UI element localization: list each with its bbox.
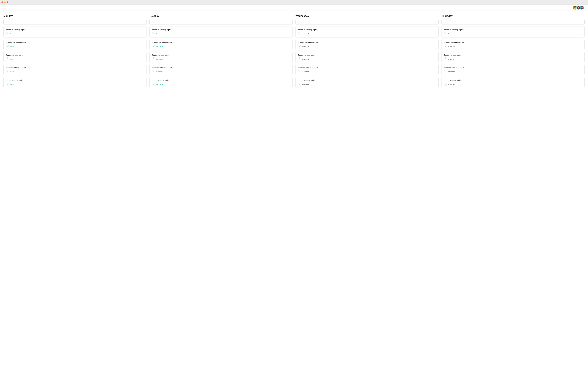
svg-point-6 — [153, 46, 154, 46]
card-meta: Thursday — [444, 70, 582, 73]
card-title: Zach's standup topics — [298, 79, 436, 81]
card-date-label: Today — [10, 71, 14, 73]
card-thursday-0[interactable]: ···Kendall's standup topics Thursday — [441, 26, 585, 38]
card-tuesday-3[interactable]: Natasha's standup topics Tomorrow — [149, 64, 293, 75]
column-thursday: Thursday+···Kendall's standup topics Thu… — [441, 15, 585, 89]
card-meta: Tomorrow — [152, 45, 290, 48]
card-date-label: Tomorrow — [156, 46, 163, 47]
person-icon — [298, 32, 301, 35]
card-title: Natasha's standup topics — [298, 66, 436, 69]
card-wednesday-3[interactable]: Natasha's standup topics Wednesday — [295, 64, 439, 75]
column-header-tuesday: Tuesday — [149, 15, 293, 17]
svg-point-2 — [7, 59, 8, 59]
card-meta: Today — [6, 57, 144, 61]
card-title: Jane's standup topics — [6, 54, 144, 56]
card-meta: Tomorrow — [152, 57, 290, 61]
minimize-button[interactable] — [4, 1, 6, 3]
card-meta: Thursday — [444, 83, 582, 86]
card-date-label: Today — [10, 33, 14, 35]
card-title: Zach's standup topics — [152, 79, 290, 81]
maximize-button[interactable] — [7, 1, 8, 3]
card-thursday-4[interactable]: Zach's standup topics Thursday — [441, 77, 585, 88]
svg-point-16 — [445, 46, 446, 46]
card-meta: Thursday — [444, 57, 582, 61]
card-title: Hussain's standup topics — [6, 41, 144, 43]
column-monday: Monday+Kendall's standup topics TodayHus… — [3, 15, 147, 89]
card-date-label: Today — [10, 58, 14, 60]
card-title: Hussain's standup topics — [152, 41, 290, 43]
add-card-button-thursday[interactable]: + — [441, 19, 585, 25]
svg-point-12 — [299, 59, 300, 59]
card-title: Jane's standup topics — [444, 54, 582, 56]
card-thursday-2[interactable]: Jane's standup topics Thursday — [441, 52, 585, 63]
card-date-label: Today — [10, 46, 14, 47]
svg-point-14 — [299, 84, 300, 84]
card-date-label: Wednesday — [302, 58, 310, 60]
card-title: Hussain's standup topics — [444, 41, 582, 43]
person-icon — [444, 83, 447, 86]
person-icon — [152, 70, 155, 73]
card-meta: Today — [6, 70, 144, 73]
card-meta: Wednesday — [298, 57, 436, 61]
card-monday-0[interactable]: Kendall's standup topics Today — [3, 26, 147, 38]
card-tuesday-0[interactable]: Kendall's standup topics Tomorrow — [149, 26, 293, 38]
app-container: 🧑 👩 🧔 Monday+Kendall's standup topics To… — [0, 5, 588, 375]
card-monday-3[interactable]: Natasha's standup topics Today — [3, 64, 147, 75]
card-tuesday-4[interactable]: Zach's standup topics Tomorrow — [149, 77, 293, 88]
person-icon — [298, 70, 301, 73]
card-monday-2[interactable]: Jane's standup topics Today — [3, 52, 147, 63]
card-tuesday-1[interactable]: Hussain's standup topics Tomorrow — [149, 39, 293, 50]
person-icon — [6, 45, 9, 48]
card-meta: Today — [6, 83, 144, 86]
add-card-button-wednesday[interactable]: + — [295, 19, 439, 25]
card-title: Kendall's standup topics — [444, 29, 582, 31]
card-thursday-3[interactable]: Natasha's standup topics Thursday — [441, 64, 585, 75]
card-date-label: Wednesday — [302, 46, 310, 47]
person-icon — [152, 45, 155, 48]
card-monday-1[interactable]: Hussain's standup topics Today — [3, 39, 147, 50]
card-meta: Wednesday — [298, 70, 436, 73]
card-tuesday-2[interactable]: Jane's standup topics Tomorrow — [149, 52, 293, 63]
card-title: Natasha's standup topics — [152, 66, 290, 69]
card-monday-4[interactable]: Zach's standup topics Today — [3, 77, 147, 88]
svg-point-4 — [7, 84, 8, 84]
avatar-3[interactable]: 🧔 — [580, 5, 584, 10]
svg-point-18 — [445, 71, 446, 72]
card-title: Kendall's standup topics — [298, 29, 436, 31]
card-date-label: Tomorrow — [156, 84, 163, 85]
card-menu-button[interactable]: ··· — [581, 28, 583, 30]
close-button[interactable] — [1, 1, 3, 3]
svg-point-8 — [153, 71, 154, 72]
person-icon — [298, 57, 301, 61]
column-wednesday: Wednesday+Kendall's standup topics Wedne… — [295, 15, 439, 89]
svg-point-15 — [445, 33, 446, 34]
person-icon — [444, 57, 447, 61]
card-wednesday-1[interactable]: Hussain's standup topics Wednesday — [295, 39, 439, 50]
svg-point-3 — [7, 71, 8, 72]
column-tuesday: Tuesday+Kendall's standup topics Tomorro… — [149, 15, 293, 89]
person-icon — [6, 57, 9, 61]
card-meta: Today — [6, 32, 144, 35]
card-date-label: Thursday — [448, 33, 455, 35]
card-title: Natasha's standup topics — [444, 66, 582, 69]
card-wednesday-2[interactable]: Jane's standup topics Wednesday — [295, 52, 439, 63]
card-wednesday-4[interactable]: Zach's standup topics Wednesday — [295, 77, 439, 88]
person-icon — [152, 57, 155, 61]
card-date-label: Thursday — [448, 71, 455, 73]
column-header-thursday: Thursday — [441, 15, 585, 17]
person-icon — [444, 70, 447, 73]
card-wednesday-0[interactable]: Kendall's standup topics Wednesday — [295, 26, 439, 38]
card-title: Kendall's standup topics — [6, 29, 144, 31]
card-date-label: Tomorrow — [156, 71, 163, 73]
titlebar — [0, 0, 588, 5]
card-date-label: Wednesday — [302, 33, 310, 35]
svg-point-7 — [153, 59, 154, 59]
svg-point-1 — [7, 46, 8, 46]
svg-point-11 — [299, 46, 300, 46]
add-card-button-tuesday[interactable]: + — [149, 19, 293, 25]
card-meta: Thursday — [444, 32, 582, 35]
card-date-label: Thursday — [448, 84, 455, 85]
card-thursday-1[interactable]: Hussain's standup topics Thursday — [441, 39, 585, 50]
card-date-label: Thursday — [448, 46, 455, 47]
add-card-button-monday[interactable]: + — [3, 19, 147, 25]
